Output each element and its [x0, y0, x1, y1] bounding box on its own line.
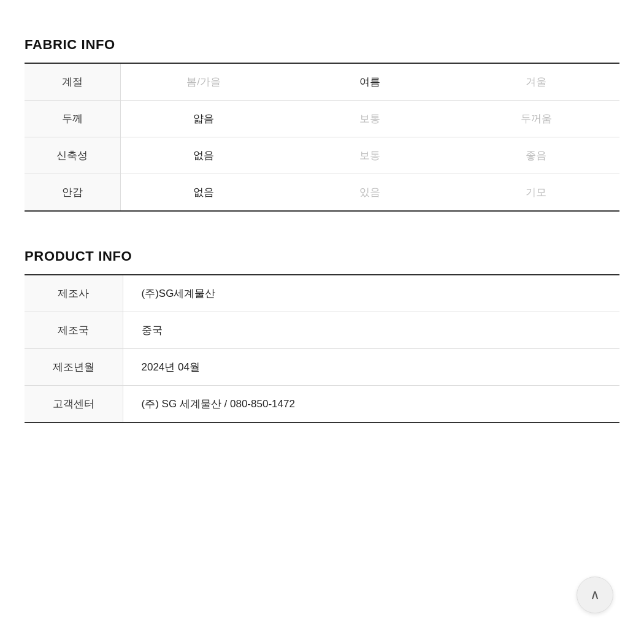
fabric-info-title: FABRIC INFO — [25, 37, 619, 53]
row-value: 두꺼움 — [453, 101, 619, 137]
row-value: 없음 — [120, 137, 286, 174]
table-row: 제조년월2024년 04월 — [25, 349, 619, 386]
row-label: 안감 — [25, 174, 120, 212]
table-row: 계절봄/가을여름겨울 — [25, 63, 619, 101]
chevron-up-icon: ∧ — [590, 587, 600, 603]
table-row: 두께얇음보통두꺼움 — [25, 101, 619, 137]
product-info-section: PRODUCT INFO 제조사(주)SG세계물산제조국중국제조년월2024년 … — [25, 248, 619, 423]
row-value: (주)SG세계물산 — [123, 275, 619, 312]
row-value: 중국 — [123, 312, 619, 349]
row-value: (주) SG 세계물산 / 080-850-1472 — [123, 386, 619, 423]
row-value: 기모 — [453, 174, 619, 212]
product-info-title: PRODUCT INFO — [25, 248, 619, 264]
row-label: 제조국 — [25, 312, 123, 349]
row-value: 얇음 — [120, 101, 286, 137]
table-row: 제조사(주)SG세계물산 — [25, 275, 619, 312]
product-table: 제조사(주)SG세계물산제조국중국제조년월2024년 04월고객센터(주) SG… — [25, 274, 619, 423]
row-label: 두께 — [25, 101, 120, 137]
row-label: 고객센터 — [25, 386, 123, 423]
row-value: 없음 — [120, 174, 286, 212]
row-value: 좋음 — [453, 137, 619, 174]
row-label: 신축성 — [25, 137, 120, 174]
row-value: 봄/가을 — [120, 63, 286, 101]
row-value: 여름 — [287, 63, 453, 101]
fabric-info-section: FABRIC INFO 계절봄/가을여름겨울두께얇음보통두꺼움신축성없음보통좋음… — [25, 37, 619, 212]
table-row: 안감없음있음기모 — [25, 174, 619, 212]
fabric-table: 계절봄/가을여름겨울두께얇음보통두꺼움신축성없음보통좋음안감없음있음기모 — [25, 63, 619, 212]
row-value: 겨울 — [453, 63, 619, 101]
row-value: 있음 — [287, 174, 453, 212]
row-value: 보통 — [287, 137, 453, 174]
table-row: 신축성없음보통좋음 — [25, 137, 619, 174]
row-label: 제조사 — [25, 275, 123, 312]
table-row: 고객센터(주) SG 세계물산 / 080-850-1472 — [25, 386, 619, 423]
row-label: 제조년월 — [25, 349, 123, 386]
row-label: 계절 — [25, 63, 120, 101]
table-row: 제조국중국 — [25, 312, 619, 349]
row-value: 2024년 04월 — [123, 349, 619, 386]
scroll-top-button[interactable]: ∧ — [577, 577, 613, 613]
row-value: 보통 — [287, 101, 453, 137]
